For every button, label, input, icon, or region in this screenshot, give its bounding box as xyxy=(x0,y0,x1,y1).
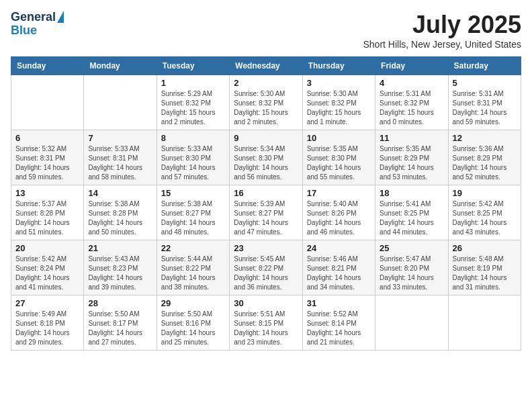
day-number: 1 xyxy=(161,78,225,88)
calendar-day-cell: 21Sunrise: 5:43 AM Sunset: 8:23 PM Dayli… xyxy=(84,240,157,295)
calendar-day-cell: 15Sunrise: 5:38 AM Sunset: 8:27 PM Dayli… xyxy=(157,185,229,240)
day-info: Sunrise: 5:30 AM Sunset: 8:32 PM Dayligh… xyxy=(307,89,371,127)
calendar-week-row: 27Sunrise: 5:49 AM Sunset: 8:18 PM Dayli… xyxy=(11,295,521,351)
day-number: 31 xyxy=(307,298,371,308)
day-number: 24 xyxy=(307,243,371,253)
day-info: Sunrise: 5:48 AM Sunset: 8:19 PM Dayligh… xyxy=(453,255,517,292)
day-number: 21 xyxy=(88,243,152,253)
calendar-day-cell: 23Sunrise: 5:45 AM Sunset: 8:22 PM Dayli… xyxy=(230,240,302,295)
calendar-week-row: 1Sunrise: 5:29 AM Sunset: 8:32 PM Daylig… xyxy=(11,75,521,130)
weekday-header-sunday: Sunday xyxy=(11,57,84,75)
day-number: 5 xyxy=(453,78,517,88)
day-number: 19 xyxy=(453,188,517,198)
calendar-day-cell: 29Sunrise: 5:50 AM Sunset: 8:16 PM Dayli… xyxy=(157,295,229,351)
day-number: 12 xyxy=(453,133,517,143)
logo-text-blue: Blue xyxy=(11,24,37,37)
day-number: 4 xyxy=(380,78,443,88)
day-number: 14 xyxy=(88,188,152,198)
day-info: Sunrise: 5:29 AM Sunset: 8:32 PM Dayligh… xyxy=(161,89,225,127)
day-number: 26 xyxy=(453,243,517,253)
calendar-day-cell: 4Sunrise: 5:31 AM Sunset: 8:32 PM Daylig… xyxy=(375,75,448,130)
day-info: Sunrise: 5:43 AM Sunset: 8:23 PM Dayligh… xyxy=(88,255,152,292)
calendar-day-cell: 7Sunrise: 5:33 AM Sunset: 8:31 PM Daylig… xyxy=(84,130,157,185)
day-number: 28 xyxy=(88,298,152,308)
day-info: Sunrise: 5:37 AM Sunset: 8:28 PM Dayligh… xyxy=(15,199,79,237)
calendar-day-cell: 30Sunrise: 5:51 AM Sunset: 8:15 PM Dayli… xyxy=(230,295,302,351)
day-number: 22 xyxy=(161,243,225,253)
day-info: Sunrise: 5:31 AM Sunset: 8:32 PM Dayligh… xyxy=(380,89,443,127)
calendar-body: 1Sunrise: 5:29 AM Sunset: 8:32 PM Daylig… xyxy=(11,75,521,351)
day-number: 30 xyxy=(234,298,298,308)
calendar-table: SundayMondayTuesdayWednesdayThursdayFrid… xyxy=(11,56,521,351)
weekday-header-thursday: Thursday xyxy=(302,57,375,75)
calendar-day-cell: 16Sunrise: 5:39 AM Sunset: 8:27 PM Dayli… xyxy=(230,185,302,240)
day-info: Sunrise: 5:35 AM Sunset: 8:30 PM Dayligh… xyxy=(307,144,371,182)
day-info: Sunrise: 5:33 AM Sunset: 8:30 PM Dayligh… xyxy=(161,144,225,182)
calendar-day-cell: 2Sunrise: 5:30 AM Sunset: 8:32 PM Daylig… xyxy=(230,75,302,130)
day-number: 6 xyxy=(15,133,79,143)
calendar-day-cell: 3Sunrise: 5:30 AM Sunset: 8:32 PM Daylig… xyxy=(302,75,375,130)
day-info: Sunrise: 5:38 AM Sunset: 8:28 PM Dayligh… xyxy=(88,199,152,237)
weekday-header-tuesday: Tuesday xyxy=(157,57,229,75)
logo: General Blue xyxy=(11,11,64,38)
calendar-day-cell: 19Sunrise: 5:42 AM Sunset: 8:25 PM Dayli… xyxy=(448,185,521,240)
day-info: Sunrise: 5:41 AM Sunset: 8:25 PM Dayligh… xyxy=(380,199,443,237)
logo-text-general: General xyxy=(11,11,56,24)
calendar-day-cell: 20Sunrise: 5:42 AM Sunset: 8:24 PM Dayli… xyxy=(11,240,84,295)
day-number: 29 xyxy=(161,298,225,308)
calendar-day-cell: 31Sunrise: 5:52 AM Sunset: 8:14 PM Dayli… xyxy=(302,295,375,351)
weekday-header-wednesday: Wednesday xyxy=(230,57,302,75)
day-number: 17 xyxy=(307,188,371,198)
calendar-day-cell: 11Sunrise: 5:35 AM Sunset: 8:29 PM Dayli… xyxy=(375,130,448,185)
day-number: 25 xyxy=(380,243,443,253)
calendar-day-cell: 5Sunrise: 5:31 AM Sunset: 8:31 PM Daylig… xyxy=(448,75,521,130)
calendar-day-cell: 26Sunrise: 5:48 AM Sunset: 8:19 PM Dayli… xyxy=(448,240,521,295)
day-number: 7 xyxy=(88,133,152,143)
calendar-week-row: 13Sunrise: 5:37 AM Sunset: 8:28 PM Dayli… xyxy=(11,185,521,240)
day-number: 23 xyxy=(234,243,298,253)
day-info: Sunrise: 5:38 AM Sunset: 8:27 PM Dayligh… xyxy=(161,199,225,237)
calendar-day-cell xyxy=(375,295,448,351)
day-info: Sunrise: 5:35 AM Sunset: 8:29 PM Dayligh… xyxy=(380,144,443,182)
calendar-day-cell: 27Sunrise: 5:49 AM Sunset: 8:18 PM Dayli… xyxy=(11,295,84,351)
day-info: Sunrise: 5:30 AM Sunset: 8:32 PM Dayligh… xyxy=(234,89,298,127)
day-number: 3 xyxy=(307,78,371,88)
calendar-day-cell: 28Sunrise: 5:50 AM Sunset: 8:17 PM Dayli… xyxy=(84,295,157,351)
day-info: Sunrise: 5:46 AM Sunset: 8:21 PM Dayligh… xyxy=(307,255,371,292)
day-number: 11 xyxy=(380,133,443,143)
calendar-day-cell: 6Sunrise: 5:32 AM Sunset: 8:31 PM Daylig… xyxy=(11,130,84,185)
day-info: Sunrise: 5:45 AM Sunset: 8:22 PM Dayligh… xyxy=(234,255,298,292)
calendar-day-cell: 1Sunrise: 5:29 AM Sunset: 8:32 PM Daylig… xyxy=(157,75,229,130)
day-info: Sunrise: 5:50 AM Sunset: 8:17 PM Dayligh… xyxy=(88,310,152,347)
logo-triangle-icon xyxy=(57,11,64,23)
day-number: 13 xyxy=(15,188,79,198)
day-info: Sunrise: 5:34 AM Sunset: 8:30 PM Dayligh… xyxy=(234,144,298,182)
calendar-day-cell: 9Sunrise: 5:34 AM Sunset: 8:30 PM Daylig… xyxy=(230,130,302,185)
calendar-day-cell: 18Sunrise: 5:41 AM Sunset: 8:25 PM Dayli… xyxy=(375,185,448,240)
calendar-week-row: 6Sunrise: 5:32 AM Sunset: 8:31 PM Daylig… xyxy=(11,130,521,185)
month-year-title: July 2025 xyxy=(363,11,522,39)
day-info: Sunrise: 5:50 AM Sunset: 8:16 PM Dayligh… xyxy=(161,310,225,347)
day-info: Sunrise: 5:31 AM Sunset: 8:31 PM Dayligh… xyxy=(453,89,517,127)
weekday-header-saturday: Saturday xyxy=(448,57,521,75)
day-number: 18 xyxy=(380,188,443,198)
day-number: 8 xyxy=(161,133,225,143)
day-info: Sunrise: 5:51 AM Sunset: 8:15 PM Dayligh… xyxy=(234,310,298,347)
calendar-day-cell: 14Sunrise: 5:38 AM Sunset: 8:28 PM Dayli… xyxy=(84,185,157,240)
day-info: Sunrise: 5:44 AM Sunset: 8:22 PM Dayligh… xyxy=(161,255,225,292)
page-header: General Blue July 2025 Short Hills, New … xyxy=(11,11,521,50)
day-info: Sunrise: 5:33 AM Sunset: 8:31 PM Dayligh… xyxy=(88,144,152,182)
day-info: Sunrise: 5:49 AM Sunset: 8:18 PM Dayligh… xyxy=(15,310,79,347)
day-number: 15 xyxy=(161,188,225,198)
day-info: Sunrise: 5:36 AM Sunset: 8:29 PM Dayligh… xyxy=(453,144,517,182)
calendar-day-cell: 10Sunrise: 5:35 AM Sunset: 8:30 PM Dayli… xyxy=(302,130,375,185)
day-number: 20 xyxy=(15,243,79,253)
day-info: Sunrise: 5:42 AM Sunset: 8:25 PM Dayligh… xyxy=(453,199,517,237)
day-info: Sunrise: 5:47 AM Sunset: 8:20 PM Dayligh… xyxy=(380,255,443,292)
day-number: 9 xyxy=(234,133,298,143)
calendar-day-cell: 12Sunrise: 5:36 AM Sunset: 8:29 PM Dayli… xyxy=(448,130,521,185)
calendar-day-cell: 25Sunrise: 5:47 AM Sunset: 8:20 PM Dayli… xyxy=(375,240,448,295)
day-info: Sunrise: 5:39 AM Sunset: 8:27 PM Dayligh… xyxy=(234,199,298,237)
day-info: Sunrise: 5:40 AM Sunset: 8:26 PM Dayligh… xyxy=(307,199,371,237)
title-block: July 2025 Short Hills, New Jersey, Unite… xyxy=(363,11,522,50)
